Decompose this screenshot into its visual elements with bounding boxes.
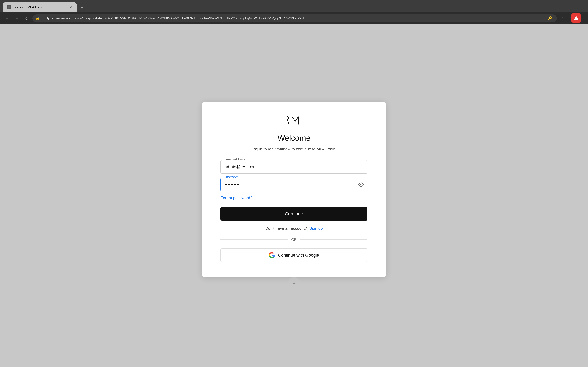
tab-title: Log in to MFA Login	[13, 5, 66, 9]
active-tab[interactable]: Log in to MFA Login ✕	[3, 2, 77, 12]
auth0-badge: ✦	[288, 277, 300, 290]
or-line-right	[300, 240, 367, 240]
or-line-left	[221, 240, 288, 240]
email-label: Email address	[223, 157, 246, 161]
or-divider: OR	[221, 237, 367, 242]
logo-area	[221, 114, 367, 127]
url-text: rohitjmathew.eu.auth0.com/u/login?state=…	[42, 16, 544, 20]
tab-close-button[interactable]: ✕	[69, 5, 73, 9]
reload-button[interactable]: ↻	[23, 14, 31, 22]
page-content: Welcome Log in to rohitjmathew to contin…	[0, 25, 588, 367]
continue-button[interactable]: Continue	[221, 207, 367, 220]
tab-favicon	[7, 5, 11, 9]
password-input[interactable]	[221, 178, 367, 191]
browser-chrome: Log in to MFA Login ✕ + ← → ↻ 🔒 rohitjma…	[0, 0, 588, 25]
key-icon: 🔑	[546, 14, 554, 22]
signup-link[interactable]: Sign up	[309, 226, 323, 231]
warning-badge-button[interactable]	[571, 13, 581, 23]
password-label: Password	[223, 175, 240, 179]
subtitle-text: Log in to rohitjmathew to continue to MF…	[221, 147, 367, 151]
google-button-label: Continue with Google	[278, 253, 319, 258]
svg-point-1	[361, 184, 362, 185]
welcome-heading: Welcome	[221, 133, 367, 142]
forgot-password-link[interactable]: Forgot password?	[221, 196, 252, 200]
lock-icon: 🔒	[35, 16, 40, 20]
address-bar[interactable]: 🔒 rohitjmathew.eu.auth0.com/u/login?stat…	[33, 14, 557, 22]
or-text: OR	[291, 237, 297, 242]
google-logo-icon	[269, 252, 275, 258]
password-form-group: Password	[221, 178, 367, 191]
signup-row: Don't have an account? Sign up	[221, 226, 367, 231]
forward-button[interactable]: →	[13, 14, 21, 22]
no-account-text: Don't have an account?	[265, 226, 307, 231]
back-button[interactable]: ←	[3, 14, 11, 22]
warning-icon	[573, 15, 579, 21]
tab-bar: Log in to MFA Login ✕ +	[0, 0, 588, 12]
email-form-group: Email address	[221, 160, 367, 174]
toolbar: ← → ↻ 🔒 rohitjmathew.eu.auth0.com/u/logi…	[0, 12, 588, 25]
svg-point-0	[8, 6, 10, 8]
google-continue-button[interactable]: Continue with Google	[221, 249, 367, 262]
email-input[interactable]	[221, 160, 367, 174]
password-wrapper	[221, 178, 367, 191]
bookmark-button[interactable]: ☆	[559, 14, 567, 22]
login-card: Welcome Log in to rohitjmathew to contin…	[202, 102, 386, 277]
rm-logo	[282, 114, 306, 127]
auth0-star-icon: ✦	[292, 280, 296, 286]
show-password-icon[interactable]	[358, 182, 364, 187]
new-tab-button[interactable]: +	[78, 4, 86, 12]
